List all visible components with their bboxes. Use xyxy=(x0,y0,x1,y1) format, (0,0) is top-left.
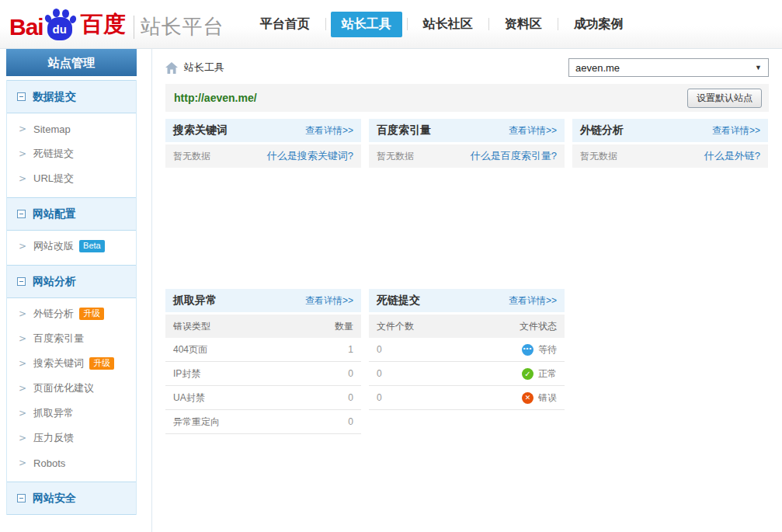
sidebar-menu: 数据提交 > Sitemap > 死链提交 > URL提交 网站配置 xyxy=(6,80,137,515)
top-header: Bai du 百度 站长平台 平台首页 站长工具 站长社区 资料区 成功案例 xyxy=(0,0,782,49)
sidebar-item-backlink-analysis[interactable]: > 外链分析 升级 xyxy=(7,301,136,326)
panel-title: 死链提交 xyxy=(377,294,420,308)
panel-title: 搜索关键词 xyxy=(173,123,228,137)
sidebar-item-baidu-index[interactable]: > 百度索引量 xyxy=(7,326,136,351)
sidebar-item-robots[interactable]: > Robots xyxy=(7,450,136,475)
table-row: 0 ✓ 正常 xyxy=(369,362,565,386)
logo-text-bai: Bai xyxy=(9,14,43,40)
no-data-label: 暂无数据 xyxy=(173,150,210,163)
chevron-right-icon: > xyxy=(19,383,26,394)
sidebar-item-url-submit[interactable]: > URL提交 xyxy=(7,166,136,191)
section-label: 网站配置 xyxy=(33,207,76,221)
section-label: 数据提交 xyxy=(33,90,76,104)
chevron-right-icon: > xyxy=(19,457,26,468)
column-count: 数量 xyxy=(335,320,353,333)
sidebar-section-data-submit[interactable]: 数据提交 xyxy=(7,80,136,113)
main-content: 站长工具 aeven.me ▼ http://aeven.me/ 设置默认站点 … xyxy=(151,49,782,532)
empty-column xyxy=(572,289,768,434)
nav-divider xyxy=(558,18,558,30)
logo-text-du: du xyxy=(47,17,72,40)
panel-title: 百度索引量 xyxy=(377,123,431,137)
nav-divider xyxy=(488,18,489,30)
site-select-dropdown[interactable]: aeven.me ▼ xyxy=(568,58,769,77)
sidebar-item-sitemap[interactable]: > Sitemap xyxy=(7,116,136,141)
panel-backlink-analysis: 外链分析 查看详情>> 暂无数据 什么是外链? xyxy=(572,119,768,168)
site-select-value: aeven.me xyxy=(575,62,620,74)
beta-badge: Beta xyxy=(79,240,105,252)
chevron-right-icon: > xyxy=(19,433,26,443)
logo-text-cn: 百度 xyxy=(81,9,126,40)
logo-platform-name: 站长平台 xyxy=(141,13,224,40)
nav-item-community[interactable]: 站长社区 xyxy=(412,12,484,37)
section-label: 网站分析 xyxy=(33,275,76,289)
chevron-right-icon: > xyxy=(19,123,26,134)
breadcrumb-label: 站长工具 xyxy=(184,61,224,75)
chevron-right-icon: > xyxy=(19,308,26,319)
chevron-right-icon: > xyxy=(19,333,26,344)
sidebar-item-pressure-feedback[interactable]: > 压力反馈 xyxy=(7,426,136,450)
top-nav: 平台首页 站长工具 站长社区 资料区 成功案例 xyxy=(249,12,634,37)
view-details-link[interactable]: 查看详情>> xyxy=(509,124,557,137)
view-details-link[interactable]: 查看详情>> xyxy=(305,294,353,308)
wait-status-icon: ••• xyxy=(522,344,533,356)
no-data-label: 暂无数据 xyxy=(377,150,414,163)
table-row: 404页面 1 xyxy=(165,338,361,362)
chevron-down-icon: ▼ xyxy=(755,64,762,71)
sidebar-item-site-revision[interactable]: > 网站改版 Beta xyxy=(7,234,136,259)
column-error-type: 错误类型 xyxy=(173,320,210,333)
table-header: 错误类型 数量 xyxy=(165,315,361,338)
set-default-site-button[interactable]: 设置默认站点 xyxy=(687,89,762,108)
table-row: 异常重定向 0 xyxy=(165,410,361,434)
view-details-link[interactable]: 查看详情>> xyxy=(305,124,353,137)
panel-deadlink-submit: 死链提交 查看详情>> 文件个数 文件状态 0 ••• 等待 xyxy=(369,289,565,434)
breadcrumb: 站长工具 xyxy=(165,61,224,75)
upgrade-badge: 升级 xyxy=(79,308,104,319)
panel-title: 抓取异常 xyxy=(173,294,217,308)
column-file-status: 文件状态 xyxy=(520,320,557,333)
section-items: > 网站改版 Beta xyxy=(7,231,136,265)
baidu-paw-icon: du xyxy=(42,8,78,42)
baidu-logo[interactable]: Bai du 百度 站长平台 xyxy=(9,8,224,40)
nav-divider xyxy=(407,18,408,30)
chevron-right-icon: > xyxy=(19,241,26,252)
what-is-link[interactable]: 什么是外链? xyxy=(704,149,760,163)
sidebar-item-deadlink-submit[interactable]: > 死链提交 xyxy=(7,141,136,166)
nav-item-success-cases[interactable]: 成功案例 xyxy=(563,12,634,37)
sidebar-item-search-keywords[interactable]: > 搜索关键词 升级 xyxy=(7,351,136,376)
chevron-right-icon: > xyxy=(19,173,26,184)
view-details-link[interactable]: 查看详情>> xyxy=(509,294,557,308)
panel-search-keywords: 搜索关键词 查看详情>> 暂无数据 什么是搜索关键词? xyxy=(165,119,361,168)
sidebar-title-site-management[interactable]: 站点管理 xyxy=(6,49,137,76)
view-details-link[interactable]: 查看详情>> xyxy=(712,124,760,137)
panel-title: 外链分析 xyxy=(580,123,624,137)
collapse-icon xyxy=(17,210,26,218)
table-row: UA封禁 0 xyxy=(165,386,361,410)
table-row: IP封禁 0 xyxy=(165,362,361,386)
collapse-icon xyxy=(17,277,26,286)
site-url: http://aeven.me/ xyxy=(174,92,257,104)
section-label: 网站安全 xyxy=(33,492,76,506)
nav-item-resources[interactable]: 资料区 xyxy=(494,12,553,37)
chevron-right-icon: > xyxy=(19,358,26,369)
error-status-icon: ✕ xyxy=(522,392,533,404)
sidebar-item-crawl-errors[interactable]: > 抓取异常 xyxy=(7,401,136,426)
panel-baidu-index: 百度索引量 查看详情>> 暂无数据 什么是百度索引量? xyxy=(369,119,565,168)
section-items: > Sitemap > 死链提交 > URL提交 xyxy=(7,113,136,197)
what-is-link[interactable]: 什么是百度索引量? xyxy=(471,149,557,163)
sidebar-item-page-optimization[interactable]: > 页面优化建议 xyxy=(7,376,136,401)
nav-item-webmaster-tools[interactable]: 站长工具 xyxy=(331,12,402,37)
sidebar-section-site-config[interactable]: 网站配置 xyxy=(7,197,136,231)
section-items: > 外链分析 升级 > 百度索引量 > 搜索关键词 升级 > 页面优化建议 xyxy=(7,298,136,482)
sidebar-section-site-security[interactable]: 网站安全 xyxy=(7,482,136,515)
collapse-icon xyxy=(17,92,26,101)
chevron-right-icon: > xyxy=(19,408,26,419)
nav-item-platform-home[interactable]: 平台首页 xyxy=(249,12,321,37)
panel-crawl-errors: 抓取异常 查看详情>> 错误类型 数量 404页面 1 IP封禁 0 xyxy=(165,289,361,434)
table-row: 0 ✕ 错误 xyxy=(369,386,565,410)
sidebar-section-site-analysis[interactable]: 网站分析 xyxy=(7,265,136,298)
column-file-count: 文件个数 xyxy=(377,320,414,333)
collapse-icon xyxy=(17,494,26,502)
table-row: 0 ••• 等待 xyxy=(369,338,565,362)
what-is-link[interactable]: 什么是搜索关键词? xyxy=(267,149,353,163)
nav-divider xyxy=(325,18,326,30)
